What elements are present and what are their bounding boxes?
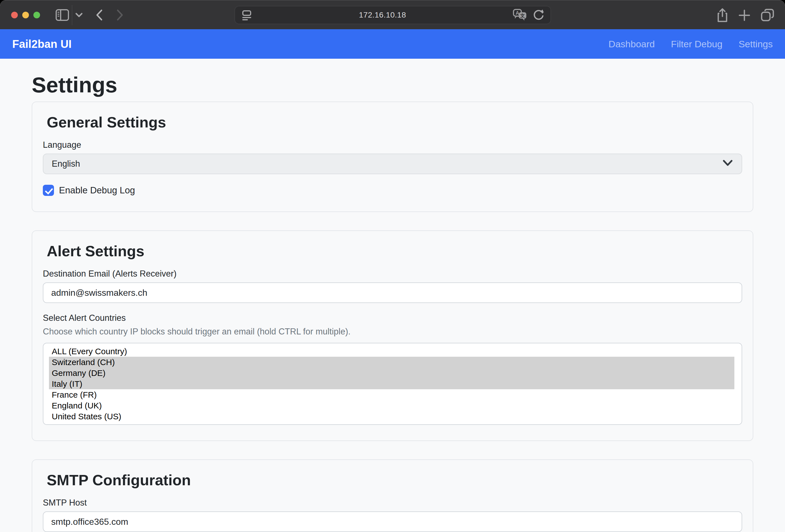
window-controls (11, 12, 40, 18)
enable-debug-label[interactable]: Enable Debug Log (59, 185, 135, 196)
country-option[interactable]: France (FR) (49, 389, 734, 400)
browser-toolbar: 172.16.10.18 A 文 (0, 0, 785, 29)
plus-icon (738, 9, 751, 21)
alert-settings-card: Alert Settings Destination Email (Alerts… (32, 230, 753, 441)
forward-icon (116, 9, 124, 21)
destination-email-label: Destination Email (Alerts Receiver) (43, 269, 742, 279)
smtp-host-label: SMTP Host (43, 498, 742, 508)
smtp-configuration-card: SMTP Configuration SMTP Host (32, 459, 753, 532)
share-icon (716, 8, 728, 23)
nav-link-settings[interactable]: Settings (738, 39, 773, 50)
share-button[interactable] (716, 8, 728, 23)
url-text: 172.16.10.18 (252, 10, 513, 20)
zoom-window-button[interactable] (33, 12, 40, 18)
destination-email-input[interactable] (43, 282, 742, 303)
language-select[interactable]: English (43, 154, 742, 174)
tab-overview-button[interactable] (761, 8, 775, 22)
language-label: Language (43, 140, 742, 150)
language-selected-value: English (52, 159, 722, 169)
new-tab-button[interactable] (738, 9, 751, 21)
sidebar-menu-button[interactable] (75, 12, 83, 18)
chevron-down-icon (75, 12, 83, 18)
page-settings-icon (241, 9, 252, 21)
translate-button[interactable]: A 文 (513, 9, 527, 21)
browser-window: 172.16.10.18 A 文 (0, 0, 785, 532)
enable-debug-checkbox[interactable] (43, 185, 54, 196)
country-option[interactable]: Italy (IT) (49, 378, 734, 389)
back-button[interactable] (96, 9, 103, 21)
reload-button[interactable] (533, 9, 545, 21)
tab-overview-icon (761, 8, 775, 22)
alert-countries-label: Select Alert Countries (43, 313, 742, 323)
nav-link-filter-debug[interactable]: Filter Debug (671, 39, 723, 50)
smtp-configuration-title: SMTP Configuration (47, 472, 742, 488)
page-title: Settings (32, 73, 753, 97)
page-settings-button[interactable] (241, 9, 252, 21)
general-settings-title: General Settings (47, 114, 742, 130)
select-chevron-down-icon (722, 159, 733, 169)
brand-link[interactable]: Fail2ban UI (12, 38, 72, 50)
minimize-window-button[interactable] (22, 12, 29, 18)
country-option[interactable]: ALL (Every Country) (49, 346, 734, 357)
sidebar-toggle-button[interactable] (56, 9, 69, 21)
address-bar[interactable]: 172.16.10.18 A 文 (234, 6, 551, 24)
country-option[interactable]: United States (US) (49, 411, 734, 422)
country-option[interactable]: Switzerland (CH) (49, 357, 734, 368)
smtp-host-input[interactable] (43, 511, 742, 532)
nav-link-dashboard[interactable]: Dashboard (609, 39, 655, 50)
country-option[interactable]: Germany (DE) (49, 368, 734, 378)
country-option[interactable]: England (UK) (49, 400, 734, 411)
back-icon (96, 9, 103, 21)
general-settings-card: General Settings Language English Enable… (32, 102, 753, 212)
forward-button[interactable] (116, 9, 124, 21)
app-navbar: Fail2ban UI Dashboard Filter Debug Setti… (0, 29, 785, 59)
alert-settings-title: Alert Settings (47, 243, 742, 259)
alert-countries-help: Choose which country IP blocks should tr… (43, 327, 742, 337)
reload-icon (533, 9, 545, 21)
translate-icon: A 文 (513, 9, 527, 21)
toolbar-divider (72, 5, 72, 25)
sidebar-icon (56, 9, 69, 21)
svg-text:文: 文 (520, 13, 525, 18)
close-window-button[interactable] (11, 12, 18, 18)
svg-text:A: A (516, 10, 520, 16)
country-listbox[interactable]: ALL (Every Country)Switzerland (CH)Germa… (43, 343, 742, 425)
settings-page: Settings General Settings Language Engli… (32, 59, 753, 532)
